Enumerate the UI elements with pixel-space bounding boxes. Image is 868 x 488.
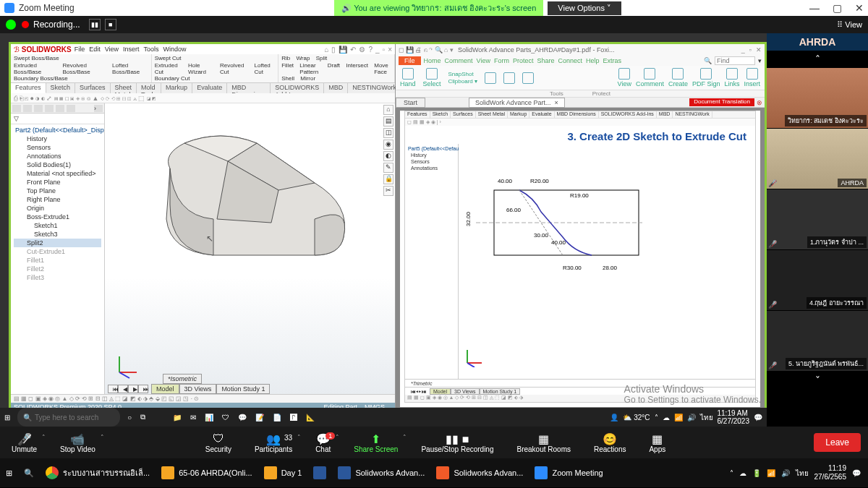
- participant-tile[interactable]: 🎤̸1.ภานุวัตร จำปา ...: [767, 189, 868, 250]
- cmd-extruded-cut[interactable]: Extruded Cut: [155, 62, 181, 75]
- settings-icon[interactable]: ⚙: [359, 46, 365, 53]
- mini-tab-nesting[interactable]: NESTINGWork: [673, 111, 712, 118]
- search-icon[interactable]: 🔍: [704, 57, 712, 64]
- pdf-menu-home[interactable]: Home: [424, 57, 441, 64]
- menu-file[interactable]: File: [75, 46, 85, 53]
- tree-history[interactable]: History: [14, 134, 101, 143]
- tree-solidbodies[interactable]: Solid Bodies(1): [14, 160, 101, 169]
- vtab-last[interactable]: ⏭: [138, 385, 148, 393]
- side-appearance-icon[interactable]: ◐: [383, 151, 393, 161]
- pdf-menu-protect[interactable]: Protect: [513, 57, 534, 64]
- stop-recording-icon[interactable]: ■: [105, 19, 116, 30]
- tree-fillet1[interactable]: Fillet1: [14, 256, 101, 265]
- cmd-intersect[interactable]: Intersect: [346, 62, 368, 75]
- side-view-icon[interactable]: ◉: [383, 140, 393, 150]
- tree-top[interactable]: Top Plane: [14, 187, 101, 195]
- tab-surfaces[interactable]: Surfaces: [75, 83, 111, 93]
- mini-tab-sheetmetal[interactable]: Sheet Metal: [476, 111, 508, 118]
- tree-sketch3[interactable]: Sketch3: [14, 230, 101, 239]
- start-button[interactable]: ⊞: [0, 458, 18, 487]
- side-snap-icon[interactable]: ✎: [383, 163, 393, 173]
- mini-tree-history[interactable]: History: [407, 152, 456, 158]
- strip-scroll-up[interactable]: ˄: [767, 51, 868, 68]
- mini-vtab-model[interactable]: Model: [430, 388, 451, 395]
- shield-icon[interactable]: [6, 20, 16, 30]
- view-tool-icon[interactable]: [618, 68, 630, 80]
- remote-taskview-icon[interactable]: ⧉: [136, 408, 150, 427]
- tree-boss-extrude[interactable]: Boss-Extrude1: [14, 213, 101, 221]
- remote-app-1[interactable]: 📁: [169, 408, 186, 427]
- tab-markup[interactable]: Markup: [161, 83, 192, 93]
- tree-fillet2[interactable]: Fillet2: [14, 265, 101, 273]
- mini-tab-evaluate[interactable]: Evaluate: [529, 111, 554, 118]
- mini-tab-features[interactable]: Features: [405, 111, 430, 118]
- tree-root[interactable]: Part2 (Default<<Default>_Display: [14, 126, 101, 134]
- home-icon[interactable]: ⌂: [324, 46, 328, 53]
- tree-annotations[interactable]: Annotations: [14, 152, 101, 160]
- pause-recording-icon[interactable]: ▮▮: [89, 19, 101, 30]
- search-button[interactable]: 🔍: [18, 458, 40, 487]
- remote-tray-up-icon[interactable]: ˄: [655, 414, 658, 421]
- unmute-button[interactable]: 🎤̸Unmute˄: [0, 432, 48, 453]
- tray-volume-icon[interactable]: 🔊: [781, 469, 790, 477]
- remote-app-6[interactable]: 📝: [251, 408, 268, 427]
- search-options-icon[interactable]: ▾: [758, 57, 762, 64]
- cmd-revolved-cut[interactable]: Revolved Cut: [220, 62, 247, 75]
- remote-start-icon[interactable]: ⊞: [0, 408, 14, 427]
- view-triad[interactable]: [112, 351, 141, 381]
- mini-tree-sensors[interactable]: Sensors: [407, 158, 456, 165]
- remote-onedrive-icon[interactable]: ☁: [663, 414, 670, 421]
- pdf-menu-form[interactable]: Form: [494, 57, 509, 64]
- participant-tile[interactable]: 🎤̸4.ฤษฎี อายะวรรณา: [767, 250, 868, 311]
- tab-mbddim[interactable]: MBD Dimensions: [227, 83, 271, 93]
- model-canvas[interactable]: ⌂ ▤ ◫ ◉ ◐ ✎ 🔒 ✂: [105, 103, 395, 394]
- remote-app-8[interactable]: 🅿: [286, 408, 302, 427]
- participant-tile[interactable]: วิทยากร: สมเดช อิงคะวะระ: [767, 68, 868, 129]
- remote-weather[interactable]: ⛅ 32°C: [623, 414, 650, 421]
- translate-close-icon[interactable]: ⊗: [754, 99, 765, 106]
- mini-vtab-motion[interactable]: Motion Study 1: [480, 388, 521, 395]
- remote-notif-icon[interactable]: 💬: [754, 414, 762, 421]
- minimize-icon[interactable]: —: [809, 2, 820, 14]
- remote-people-icon[interactable]: 👤: [610, 414, 618, 421]
- mini-triad[interactable]: [463, 347, 483, 369]
- tray-lang[interactable]: ไทย: [796, 468, 809, 479]
- undo-icon[interactable]: ↶: [350, 46, 356, 53]
- cmd-revolved-boss[interactable]: Revolved Boss/Base: [63, 62, 105, 75]
- menu-edit[interactable]: Edit: [89, 46, 101, 53]
- remote-app-7[interactable]: 📄: [268, 408, 286, 427]
- tree-sensors[interactable]: Sensors: [14, 143, 101, 152]
- maximize-icon[interactable]: ▢: [833, 2, 842, 14]
- tb-word[interactable]: Solidworks Advan...: [332, 458, 430, 487]
- side-home-icon[interactable]: ⌂: [383, 105, 393, 115]
- breakout-button[interactable]: ▦Breakout Rooms: [506, 432, 582, 453]
- participants-button[interactable]: 👥33Participants˄: [243, 432, 304, 453]
- cmd-boundary-boss[interactable]: Boundary Boss/Base: [14, 75, 68, 82]
- vtab-next[interactable]: ▶: [128, 385, 138, 393]
- menu-view[interactable]: View: [105, 46, 119, 53]
- tree-origin[interactable]: Origin: [14, 204, 101, 213]
- hand-icon[interactable]: [402, 68, 414, 80]
- doc-translation-button[interactable]: Document Translation: [689, 98, 754, 106]
- tab-addins[interactable]: SOLIDWORKS Add-Ins: [271, 83, 324, 93]
- remote-app-3[interactable]: 📊: [200, 408, 218, 427]
- cmd-swept-boss[interactable]: Swept Boss/Base: [14, 55, 59, 61]
- tree-split2[interactable]: Split2: [14, 239, 101, 247]
- mini-tree-root[interactable]: Part5 (Default<<Default>_Display S: [407, 145, 456, 152]
- side-measure-icon[interactable]: ✂: [383, 186, 393, 196]
- tab-sketch[interactable]: Sketch: [46, 83, 76, 93]
- remote-chrome-icon[interactable]: [150, 408, 169, 427]
- mini-tab-markup[interactable]: Markup: [508, 111, 529, 118]
- cmd-swept-cut[interactable]: Swept Cut: [155, 55, 182, 61]
- share-screen-button[interactable]: ⬆Share Screen˄: [342, 432, 409, 453]
- cmd-split[interactable]: Split: [316, 55, 328, 61]
- feature-tree[interactable]: › ▽ Part2 (Default<<Default>_Display His…: [11, 103, 105, 394]
- pdf-max-icon[interactable]: ▫: [749, 46, 752, 53]
- side-section-icon[interactable]: ◫: [383, 128, 393, 138]
- reactions-button[interactable]: 😊Reactions: [582, 432, 637, 453]
- local-clock[interactable]: 11:1927/6/2565: [814, 464, 847, 481]
- remote-app-5[interactable]: 💬: [234, 408, 251, 427]
- chat-button[interactable]: 💬1Chat˄: [304, 432, 342, 453]
- mini-tab-mbddim[interactable]: MBD Dimensions: [555, 111, 599, 118]
- cmd-linear-pattern[interactable]: Linear Pattern: [299, 62, 321, 75]
